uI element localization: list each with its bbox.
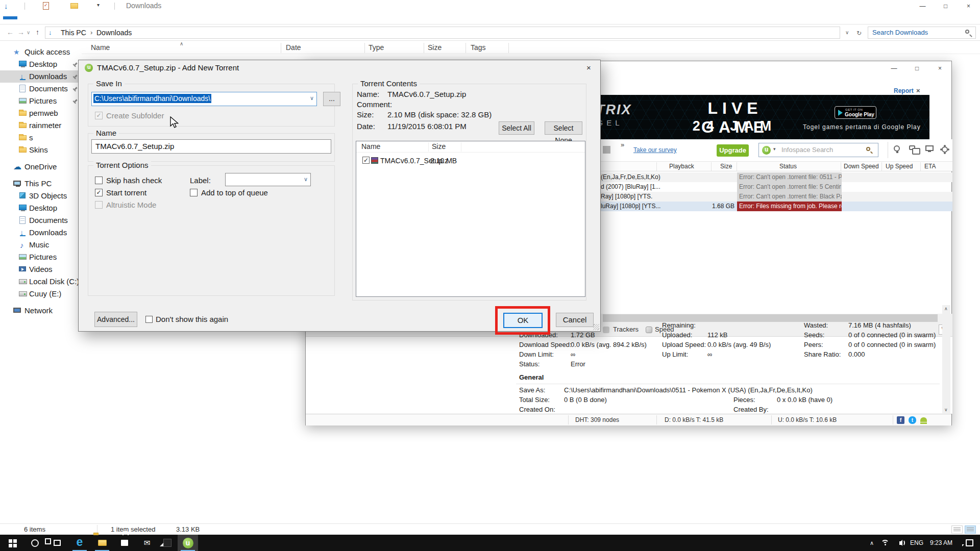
maximize-button[interactable]: □	[934, 0, 957, 12]
scroll-down-icon[interactable]: ∨	[944, 407, 948, 412]
resize-grip[interactable]	[593, 324, 599, 330]
toolbar-overflow-icon[interactable]: »	[621, 141, 624, 148]
breadcrumb-downloads[interactable]: Downloads	[96, 29, 132, 37]
scroll-up-icon[interactable]: ∧	[944, 306, 948, 311]
col-down-speed[interactable]: Down Speed	[844, 163, 879, 170]
cancel-button[interactable]: Cancel	[556, 313, 594, 327]
cortana-button[interactable]	[24, 535, 45, 551]
sidebar-item[interactable]: Local Disk (C:)	[0, 276, 82, 288]
volume-icon[interactable]	[893, 535, 908, 551]
sidebar-item[interactable]: rainmeter	[0, 119, 82, 132]
qat-new-folder-icon[interactable]	[70, 3, 78, 9]
show-hidden-icons[interactable]: ∧	[866, 535, 878, 551]
sidebar-item[interactable]: This PC	[0, 178, 82, 190]
altruistic-mode-checkbox[interactable]	[95, 201, 103, 209]
sidebar-item[interactable]: s	[0, 132, 82, 144]
dont-show-checkbox[interactable]	[145, 316, 153, 323]
column-header-name[interactable]: Name	[91, 43, 110, 52]
language-indicator[interactable]: ENG	[908, 535, 926, 551]
recent-locations-icon[interactable]: ∨	[27, 30, 30, 35]
hint-icon[interactable]	[894, 145, 900, 152]
icons-view-toggle[interactable]	[965, 525, 976, 534]
qat-properties-icon[interactable]	[43, 2, 49, 10]
sidebar-item[interactable]: Documents	[0, 214, 82, 227]
google-play-badge[interactable]: GET IT ON Google Play	[835, 106, 876, 119]
file-row[interactable]: TMACv6.0.7_Setup.z 2.10 MB	[356, 156, 585, 166]
select-all-button[interactable]: Select All	[499, 121, 534, 135]
take-survey-link[interactable]: Take our survey	[633, 146, 677, 154]
ut-minimize-button[interactable]: —	[883, 62, 905, 74]
search-go-icon[interactable]	[866, 147, 870, 151]
sidebar-item[interactable]: pemweb	[0, 107, 82, 119]
search-engine-dropdown-icon[interactable]: ▾	[773, 146, 776, 152]
breadcrumb-this-pc[interactable]: This PC	[61, 29, 86, 37]
file-col-name[interactable]: Name	[361, 142, 380, 151]
close-button[interactable]: ×	[957, 0, 980, 12]
sidebar-item[interactable]: Desktop	[0, 58, 82, 70]
search-input[interactable]: Search Downloads	[868, 27, 976, 39]
combo-dropdown-icon[interactable]: ∨	[310, 95, 314, 102]
ribbon-tab[interactable]	[42, 16, 54, 19]
utorrent-taskbar-button[interactable]: u	[178, 535, 198, 551]
sidebar-item[interactable]: Network	[0, 305, 82, 317]
refresh-icon[interactable]: ↻	[856, 30, 862, 37]
sidebar-item[interactable]: Desktop	[0, 202, 82, 214]
column-header-date[interactable]: Date	[286, 43, 301, 52]
select-none-button[interactable]: Select None	[545, 121, 582, 135]
browse-button[interactable]: ...	[323, 92, 340, 106]
start-button[interactable]	[2, 535, 22, 551]
back-icon[interactable]: ←	[7, 28, 14, 36]
mail-button[interactable]: ✉	[137, 535, 157, 551]
add-top-queue-checkbox[interactable]	[190, 189, 198, 196]
label-combobox[interactable]: ∨	[225, 173, 311, 186]
ad-close-icon[interactable]: ×	[916, 87, 920, 94]
sidebar-item[interactable]: Pictures	[0, 251, 82, 263]
ut-close-button[interactable]: ×	[928, 62, 951, 74]
start-torrent-checkbox[interactable]	[95, 189, 103, 196]
search-icon[interactable]	[965, 30, 969, 34]
skip-hash-checkbox[interactable]	[95, 177, 103, 184]
sidebar-item[interactable]: Downloads	[0, 70, 82, 83]
col-size[interactable]: Size	[720, 163, 732, 170]
ribbon-tab[interactable]	[17, 16, 30, 19]
app-button[interactable]	[157, 535, 178, 551]
sidebar-item[interactable]: 3D Objects	[0, 190, 82, 202]
wifi-icon[interactable]	[879, 535, 892, 551]
sidebar-item[interactable]: Skins	[0, 144, 82, 156]
sidebar-item[interactable]: Documents	[0, 83, 82, 95]
torrent-search-input[interactable]: ▾ Infospace Search	[758, 143, 878, 157]
ut-maximize-button[interactable]: □	[905, 62, 928, 74]
sidebar-item[interactable]: OneDrive	[0, 161, 82, 173]
column-header-size[interactable]: Size	[428, 43, 442, 52]
task-view-button[interactable]	[47, 535, 67, 551]
detail-scrollbar[interactable]: ∧ ∨	[942, 305, 950, 413]
sidebar-item[interactable]: Pictures	[0, 95, 82, 107]
upgrade-button[interactable]: Upgrade	[717, 144, 749, 157]
ribbon-tab[interactable]	[3, 16, 17, 19]
column-header-type[interactable]: Type	[369, 43, 384, 52]
col-status[interactable]: Status	[779, 163, 797, 170]
settings-gear-icon[interactable]	[942, 146, 948, 153]
column-header-tags[interactable]: Tags	[471, 43, 486, 52]
sidebar-item[interactable]: Videos	[0, 263, 82, 276]
address-bar[interactable]: ↓ This PC › Downloads	[45, 27, 840, 39]
sidebar-item[interactable]: Cuuy (E:)	[0, 288, 82, 300]
col-playback[interactable]: Playback	[669, 163, 694, 170]
clock[interactable]: 9:23 AM	[926, 535, 957, 551]
details-view-toggle[interactable]	[951, 525, 963, 534]
advanced-button[interactable]: Advanced...	[94, 312, 137, 327]
store-button[interactable]	[114, 535, 135, 551]
ad-report-link[interactable]: Report	[894, 87, 914, 94]
facebook-icon[interactable]: f	[897, 416, 904, 424]
file-checkbox[interactable]	[362, 157, 370, 164]
dialog-close-button[interactable]: ×	[577, 60, 600, 76]
save-path-combobox[interactable]: C:\Users\abifirmandhani\Downloads\ ∨	[91, 92, 317, 106]
qat-customize-icon[interactable]: ▾	[97, 2, 100, 8]
col-up-speed[interactable]: Up Speed	[886, 163, 913, 170]
label-dropdown-icon[interactable]: ∨	[304, 176, 308, 183]
ribbon-tab[interactable]	[30, 16, 42, 19]
edge-button[interactable]: e	[69, 535, 90, 551]
minimize-button[interactable]: —	[911, 0, 934, 12]
sidebar-item[interactable]: Quick access	[0, 46, 82, 58]
chat-icon[interactable]	[909, 145, 915, 150]
